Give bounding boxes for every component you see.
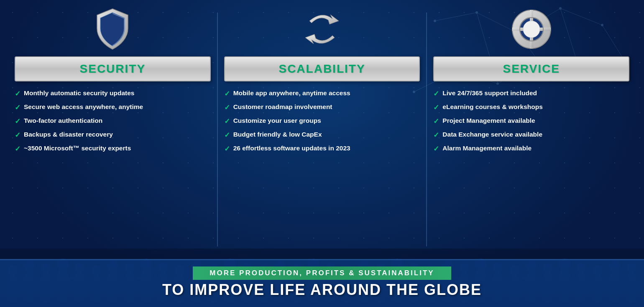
white-headline-text: TO IMPROVE LIFE AROUND THE GLOBE xyxy=(162,281,482,298)
list-item: ✓ Backups & disaster recovery xyxy=(15,130,211,140)
security-title-banner: SECURITY xyxy=(15,56,211,81)
list-item: ✓ Alarm Management available xyxy=(433,144,629,154)
feature-text: Customer roadmap involvement xyxy=(233,103,332,111)
checkmark-icon: ✓ xyxy=(433,145,439,154)
checkmark-icon: ✓ xyxy=(224,117,230,126)
list-item: ✓ Secure web access anywhere, anytime xyxy=(15,103,211,112)
scalability-title-banner: SCALABILITY xyxy=(224,56,420,81)
feature-text: Customize your user groups xyxy=(233,117,321,125)
checkmark-icon: ✓ xyxy=(224,103,230,112)
list-item: ✓ Project Management available xyxy=(433,117,629,126)
scalability-icon-area xyxy=(299,6,345,52)
feature-text: Alarm Management available xyxy=(442,144,532,152)
list-item: ✓ Data Exchange service available xyxy=(433,130,629,140)
feature-text: 26 effortless software updates in 2023 xyxy=(233,144,350,152)
feature-columns: SECURITY ✓ Monthly automatic security up… xyxy=(0,0,644,259)
checkmark-icon: ✓ xyxy=(15,117,20,126)
feature-text: Live 24/7/365 support included xyxy=(442,89,537,97)
refresh-icon xyxy=(301,8,343,50)
list-item: ✓ Budget friendly & low CapEx xyxy=(224,130,420,140)
list-item: ✓ Two-factor authentication xyxy=(15,117,211,126)
green-subtitle-text: MORE PRODUCTION, PROFITS & SUSTAINABILIT… xyxy=(210,269,434,277)
list-item: ✓ Live 24/7/365 support included xyxy=(433,89,629,99)
lifebuoy-icon xyxy=(511,8,552,50)
list-item: ✓ Mobile app anywhere, anytime access xyxy=(224,89,420,99)
list-item: ✓ Customer roadmap involvement xyxy=(224,103,420,112)
checkmark-icon: ✓ xyxy=(15,131,20,140)
security-column: SECURITY ✓ Monthly automatic security up… xyxy=(8,4,217,255)
feature-text: Monthly automatic security updates xyxy=(24,89,134,97)
scalability-title: SCALABILITY xyxy=(279,62,365,75)
checkmark-icon: ✓ xyxy=(433,89,439,99)
service-title-banner: SERVICE xyxy=(433,56,629,81)
feature-text: Data Exchange service available xyxy=(442,130,542,139)
green-subtitle-bar: MORE PRODUCTION, PROFITS & SUSTAINABILIT… xyxy=(193,266,451,280)
list-item: ✓ ~3500 Microsoft™ security experts xyxy=(15,144,211,154)
service-feature-list: ✓ Live 24/7/365 support included ✓ eLear… xyxy=(433,89,629,158)
scalability-feature-list: ✓ Mobile app anywhere, anytime access ✓ … xyxy=(224,89,420,158)
service-column: SERVICE ✓ Live 24/7/365 support included… xyxy=(427,4,636,255)
checkmark-icon: ✓ xyxy=(433,117,439,126)
feature-text: eLearning courses & workshops xyxy=(442,103,542,111)
checkmark-icon: ✓ xyxy=(15,145,20,154)
checkmark-icon: ✓ xyxy=(433,131,439,140)
security-icon-area xyxy=(89,6,135,52)
list-item: ✓ Customize your user groups xyxy=(224,117,420,126)
checkmark-icon: ✓ xyxy=(224,145,230,154)
shield-icon xyxy=(94,8,131,51)
checkmark-icon: ✓ xyxy=(224,131,230,140)
feature-text: Secure web access anywhere, anytime xyxy=(24,103,143,111)
main-content: SECURITY ✓ Monthly automatic security up… xyxy=(0,0,644,307)
checkmark-icon: ✓ xyxy=(433,103,439,112)
feature-text: ~3500 Microsoft™ security experts xyxy=(24,144,131,152)
list-item: ✓ Monthly automatic security updates xyxy=(15,89,211,99)
checkmark-icon: ✓ xyxy=(15,103,20,112)
scalability-column: SCALABILITY ✓ Mobile app anywhere, anyti… xyxy=(218,4,427,255)
service-title: SERVICE xyxy=(503,62,560,75)
feature-text: Mobile app anywhere, anytime access xyxy=(233,89,350,97)
checkmark-icon: ✓ xyxy=(224,89,230,99)
security-feature-list: ✓ Monthly automatic security updates ✓ S… xyxy=(15,89,211,158)
bottom-banner: MORE PRODUCTION, PROFITS & SUSTAINABILIT… xyxy=(0,259,644,307)
list-item: ✓ eLearning courses & workshops xyxy=(433,103,629,112)
feature-text: Two-factor authentication xyxy=(24,117,102,125)
list-item: ✓ 26 effortless software updates in 2023 xyxy=(224,144,420,154)
service-icon-area xyxy=(509,6,555,52)
security-title: SECURITY xyxy=(80,62,146,75)
feature-text: Budget friendly & low CapEx xyxy=(233,130,322,139)
feature-text: Project Management available xyxy=(442,117,535,125)
checkmark-icon: ✓ xyxy=(15,89,20,99)
feature-text: Backups & disaster recovery xyxy=(24,130,113,139)
